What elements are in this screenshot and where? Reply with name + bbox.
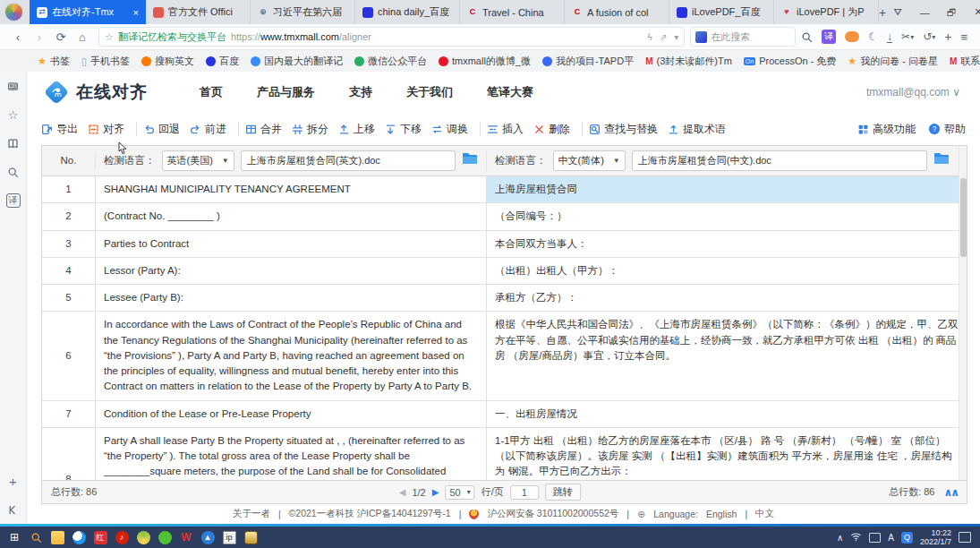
toolbar-export-button[interactable]: 导出 [41,122,78,137]
target-segment-cell[interactable]: （合同编号：） [487,203,967,229]
wifi-icon[interactable] [850,532,862,544]
source-segment-cell[interactable]: Party A shall lease Party B the Property… [96,428,487,481]
collapse-up-icon[interactable]: ∧∧ [944,486,959,499]
language-english-link[interactable]: English [706,509,737,519]
goto-button[interactable]: 跳转 [545,484,581,501]
share-icon[interactable]: ⇗ [660,32,667,42]
restore-button[interactable]: 🗗 [940,3,963,22]
add-icon[interactable]: + [944,30,951,44]
app-nav-item-1[interactable]: 产品与服务 [257,84,315,100]
tray-expand-icon[interactable]: ∧ [837,533,843,543]
back-button[interactable]: ‹ [7,27,29,47]
table-scrollbar[interactable] [959,146,967,480]
download-icon[interactable]: ↓ [887,31,892,43]
bookmark-5[interactable]: 微信公众平台 [354,55,427,68]
search-button[interactable] [25,527,47,548]
app-green-icon[interactable] [132,527,154,548]
night-mode-icon[interactable]: ☾ [868,30,878,43]
bookmark-star-icon[interactable]: ☆ [105,31,114,43]
minimize-button[interactable]: — [913,3,936,22]
toolbar-align-button[interactable]: 对齐 [88,122,124,137]
address-bar[interactable]: ☆ 翻译记忆检索与交换平台 https://www.tmxmall.com/al… [98,27,685,47]
source-segment-cell[interactable]: Condition of the Lease or Pre-Lease Prop… [96,401,487,427]
browser-tab-0[interactable]: ⇄在线对齐-Tmx× [30,0,146,24]
source-segment-cell[interactable]: SHANGHAI MUNICIPALITY TENANCY AGREEMENT [96,176,487,202]
browser-tab-5[interactable]: CA fusion of col [565,0,669,24]
home-button[interactable]: ⌂ [72,27,93,47]
app-nav-item-4[interactable]: 笔译大赛 [487,84,533,100]
toolbar-movedown-button[interactable]: 下移 [385,122,422,137]
app-nav-item-2[interactable]: 支持 [349,84,372,100]
toolbar-help-button[interactable]: ?帮助 [928,122,966,137]
scrollbar-thumb[interactable] [960,178,967,257]
about-link[interactable]: 关于一者 [233,508,270,520]
source-language-select[interactable]: 英语(美国) ▼ [162,150,234,171]
clock[interactable]: 10:22 2022/1/7 [920,528,951,547]
wechat-app-icon[interactable] [154,527,175,548]
search-engine-icon[interactable] [695,31,707,43]
bookmark-4[interactable]: 国内最大的翻译记 [251,55,343,68]
browser-tab-6[interactable]: iLovePDF_百度 [669,0,774,24]
toolbar-delete-button[interactable]: 删除 [533,122,570,137]
skin-icon[interactable]: ⛛ [886,3,909,22]
reload-button[interactable]: ⟳ [50,27,72,47]
browser-logo-icon[interactable] [4,3,23,21]
game-center-icon[interactable] [845,31,859,42]
goto-page-input[interactable]: 1 [510,485,539,500]
toolbar-moveup-button[interactable]: 上移 [338,122,375,137]
source-open-folder-icon[interactable] [462,152,478,169]
search-icon[interactable] [6,165,21,179]
notification-center-icon[interactable] [959,532,971,543]
translate-icon[interactable]: 译 [6,193,21,208]
toolbar-swap-button[interactable]: 调换 [431,122,468,137]
file-explorer-icon[interactable] [47,527,68,548]
target-file-input[interactable]: 上海市房屋租赁合同(中文).doc [632,150,927,172]
translate-icon[interactable]: 译 [822,30,836,44]
tab-close-icon[interactable]: × [133,7,139,18]
prev-page-button[interactable]: ◀ [399,487,406,497]
collapse-icon[interactable] [6,502,21,517]
restore-session-icon[interactable]: ↺▾ [923,30,935,43]
target-segment-cell[interactable]: （出租）出租人（甲方）： [487,258,967,284]
browser-tab-1[interactable]: 官方文件 Offici [146,0,251,24]
close-button[interactable]: ✕ [967,3,980,22]
quark-tray-icon[interactable]: Q [901,532,913,544]
target-segment-cell[interactable]: 上海房屋租赁合同 [487,176,967,202]
screenshot-scissors-icon[interactable]: ✂▾ [901,30,914,43]
notepad-app-icon[interactable]: ip [218,527,240,548]
browser-tab-4[interactable]: CTravel - China [460,0,565,24]
browser-tab-2[interactable]: ⊕习近平在第六届 [251,0,355,24]
app-nav-item-0[interactable]: 首页 [200,84,223,100]
search-icon[interactable] [801,31,813,43]
toolbar-insert-button[interactable]: 插入 [487,122,524,137]
browser-app-icon[interactable] [68,527,89,548]
ime-indicator[interactable]: A [888,533,894,543]
bookmark-1[interactable]: ▯手机书签 [81,55,130,68]
toolbar-redo-button[interactable]: 前进 [190,122,226,137]
chevron-down-icon[interactable]: ▾ [674,32,678,42]
source-file-input[interactable]: 上海市房屋租赁合同(英文).doc [241,150,456,172]
page-size-select[interactable]: 50 ▾ [445,485,474,500]
quick-search-box[interactable]: 在此搜索 [690,27,796,47]
target-segment-cell[interactable]: 根据《中华人民共和国合同法》、《上海市房屋租赁条例》（以下简称：《条例》）的规定… [487,312,967,399]
quark-app-icon[interactable]: ▲ [197,527,218,548]
wps-app-icon[interactable]: W [175,527,197,548]
add-icon[interactable]: + [6,474,21,488]
bookmark-9[interactable]: OnProcessOn - 免费 [744,55,837,68]
next-page-button[interactable]: ▶ [432,487,439,497]
police-record-link[interactable]: 沪公网安备 31011002000552号 [487,508,618,520]
source-segment-cell[interactable]: (Contract No. ________ ) [96,203,487,229]
touch-keyboard-icon[interactable] [869,533,881,543]
language-chinese-link[interactable]: 中文 [755,508,774,520]
target-language-select[interactable]: 中文(简体) ▼ [553,150,626,171]
toolbar-split-button[interactable]: 拆分 [292,122,328,137]
target-segment-cell[interactable]: 1-1甲方 出租 （出租）给乙方的房屋座落在本市 （区/县） 路 号 （弄/新村… [487,428,967,481]
netease-music-icon[interactable]: ♪ [111,527,132,548]
favorites-star-icon[interactable]: ☆ [6,107,21,122]
browser-tab-7[interactable]: ♥iLovePDF | 为P [774,0,879,24]
source-segment-cell[interactable]: Parties to Contract [96,231,487,257]
bookmark-10[interactable]: ★我的问卷 - 问卷星 [848,55,938,68]
source-segment-cell[interactable]: Lessee (Party B): [96,285,487,311]
app-logo-icon[interactable] [45,81,68,104]
target-segment-cell[interactable]: 一、出租房屋情况 [487,401,967,427]
